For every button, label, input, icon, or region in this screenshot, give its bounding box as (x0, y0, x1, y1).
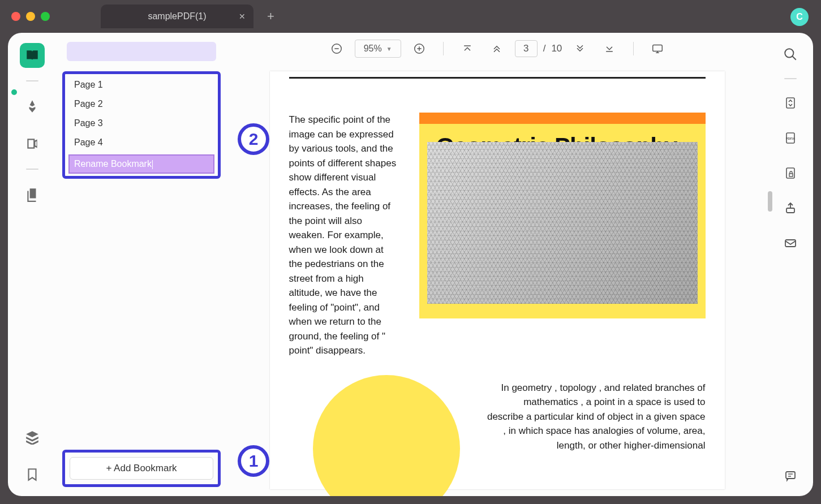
left-rail-bottom (20, 425, 45, 496)
plus-circle-icon (413, 42, 425, 55)
svg-rect-7 (653, 45, 663, 51)
document-tab[interactable]: samplePDF(1) ✕ (101, 5, 253, 28)
presentation-icon (651, 42, 664, 55)
title-bar: samplePDF(1) ✕ + C (0, 0, 821, 33)
lower-row: In geometry , topology , and related bra… (289, 381, 706, 497)
svg-rect-14 (789, 174, 793, 176)
chevron-up-double-icon (491, 43, 502, 54)
bookmark-item[interactable]: Page 2 (66, 94, 217, 114)
svg-point-8 (785, 49, 793, 57)
left-rail (8, 33, 57, 496)
page-rule (289, 77, 706, 79)
annotation-badge-1: 1 (238, 445, 269, 477)
pdfa-button[interactable]: PDF/A (779, 127, 802, 149)
right-rail: PDF/A (768, 33, 813, 496)
convert-button[interactable] (779, 92, 802, 114)
current-page-input[interactable]: 3 (515, 40, 538, 57)
svg-rect-15 (786, 208, 794, 213)
yellow-circle-graphic (313, 375, 460, 497)
rail-divider (784, 78, 797, 79)
svg-rect-10 (786, 98, 794, 108)
email-button[interactable] (779, 232, 802, 255)
bookmark-icon (25, 467, 40, 482)
separator (633, 42, 634, 55)
file-lock-icon (784, 166, 797, 180)
close-window-button[interactable] (11, 12, 20, 21)
tab-bar: samplePDF(1) ✕ + (101, 5, 274, 28)
svg-line-9 (792, 56, 796, 60)
bookmarks-panel: Page 1 Page 2 Page 3 Page 4 Rename Bookm… (57, 33, 226, 496)
left-column-text: The specific point of the image can be e… (289, 113, 397, 358)
secure-button[interactable] (779, 162, 802, 184)
center-area: 95% ▼ 3 / 10 (226, 33, 768, 496)
presentation-button[interactable] (646, 37, 669, 60)
zoom-in-button[interactable] (408, 37, 431, 60)
app-body: Page 1 Page 2 Page 3 Page 4 Rename Bookm… (8, 33, 813, 496)
highlighter-button[interactable] (20, 94, 45, 119)
chevron-top-icon (462, 43, 473, 54)
top-toolbar: 95% ▼ 3 / 10 (226, 33, 768, 64)
first-page-button[interactable] (456, 37, 479, 60)
avatar-initial: C (796, 12, 803, 22)
pages-button[interactable] (20, 182, 45, 207)
bookmark-search-field[interactable] (67, 42, 216, 61)
bookmarks-panel-button[interactable] (20, 43, 45, 68)
layers-button[interactable] (20, 425, 45, 450)
text-cursor (152, 160, 153, 169)
minimize-window-button[interactable] (26, 12, 35, 21)
bookmark-item[interactable]: Page 1 (66, 75, 217, 94)
new-tab-button[interactable]: + (267, 9, 274, 24)
edit-page-icon (25, 136, 40, 151)
figure-accent-bar (419, 113, 706, 124)
add-bookmark-button[interactable]: Add Bookmark (70, 457, 213, 480)
user-avatar[interactable]: C (790, 8, 809, 26)
minus-circle-icon (330, 42, 343, 55)
next-page-button[interactable] (569, 37, 591, 60)
activity-indicator (11, 89, 17, 95)
annotation-number: 1 (249, 451, 259, 471)
close-tab-icon[interactable]: ✕ (239, 12, 246, 21)
prev-page-button[interactable] (485, 37, 508, 60)
chevron-bottom-icon (604, 43, 615, 54)
annotation-badge-2: 2 (238, 123, 269, 155)
zoom-dropdown[interactable]: 95% ▼ (355, 40, 401, 58)
pdf-page: The specific point of the image can be e… (270, 71, 725, 489)
maximize-window-button[interactable] (41, 12, 50, 21)
bookmarks-list-highlight: Page 1 Page 2 Page 3 Page 4 Rename Bookm… (62, 71, 221, 179)
bookmark-item[interactable]: Page 3 (66, 114, 217, 133)
last-page-button[interactable] (598, 37, 621, 60)
search-button[interactable] (779, 43, 802, 66)
bookmark-ribbon-button[interactable] (20, 462, 45, 487)
zoom-value: 95% (364, 44, 382, 54)
mail-icon (784, 236, 797, 250)
add-bookmark-highlight: Add Bookmark (62, 450, 221, 487)
scrollbar-thumb[interactable] (768, 191, 772, 212)
page-slash: / (543, 43, 546, 54)
window-controls (11, 12, 50, 21)
rail-divider (26, 169, 38, 170)
share-icon (784, 201, 797, 215)
bookmark-rename-input[interactable]: Rename Bookmark (68, 154, 214, 174)
separator (443, 42, 444, 55)
edit-button[interactable] (20, 131, 45, 156)
book-open-icon (25, 48, 40, 63)
svg-rect-16 (785, 240, 796, 247)
search-icon (783, 47, 798, 62)
document-viewport[interactable]: The specific point of the image can be e… (226, 64, 768, 496)
figure-image (427, 142, 698, 304)
file-convert-icon (784, 96, 797, 110)
svg-rect-17 (786, 472, 795, 479)
annotation-number: 2 (249, 130, 259, 149)
chevron-down-double-icon (574, 43, 586, 54)
zoom-out-button[interactable] (325, 37, 348, 60)
rail-divider (26, 80, 38, 81)
share-button[interactable] (779, 197, 802, 219)
caret-down-icon: ▼ (386, 46, 392, 52)
svg-text:PDF/A: PDF/A (786, 137, 796, 140)
bookmark-item[interactable]: Page 4 (66, 133, 217, 152)
comments-button[interactable] (779, 464, 802, 487)
layers-icon (25, 430, 40, 445)
total-pages: 10 (551, 43, 562, 54)
page-indicator: 3 / 10 (515, 40, 562, 57)
right-column-text: In geometry , topology , and related bra… (469, 381, 706, 453)
